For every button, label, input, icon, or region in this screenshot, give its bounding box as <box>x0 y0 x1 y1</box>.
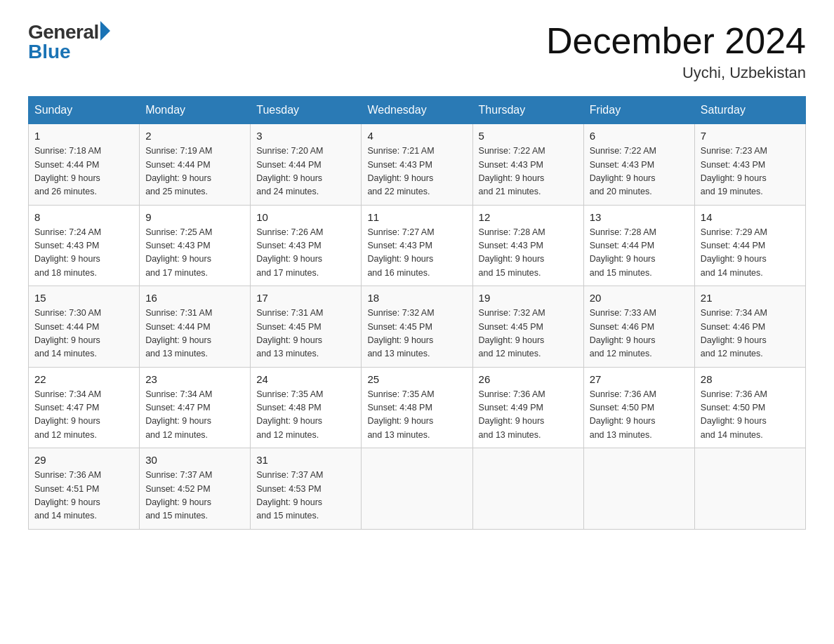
calendar-cell: 8Sunrise: 7:24 AMSunset: 4:43 PMDaylight… <box>29 205 140 286</box>
day-info: Sunrise: 7:30 AMSunset: 4:44 PMDaylight:… <box>34 307 133 361</box>
header-monday: Monday <box>140 97 251 124</box>
day-number: 3 <box>256 130 355 142</box>
day-info: Sunrise: 7:36 AMSunset: 4:50 PMDaylight:… <box>590 388 689 443</box>
day-info: Sunrise: 7:35 AMSunset: 4:48 PMDaylight:… <box>367 388 466 443</box>
calendar-cell: 9Sunrise: 7:25 AMSunset: 4:43 PMDaylight… <box>140 205 251 286</box>
day-number: 16 <box>145 292 244 304</box>
calendar-cell <box>362 448 472 530</box>
calendar-cell: 29Sunrise: 7:36 AMSunset: 4:51 PMDayligh… <box>29 448 140 530</box>
day-number: 17 <box>256 292 355 304</box>
calendar-cell: 16Sunrise: 7:31 AMSunset: 4:44 PMDayligh… <box>140 286 251 368</box>
calendar-week-row: 15Sunrise: 7:30 AMSunset: 4:44 PMDayligh… <box>29 286 806 368</box>
day-number: 18 <box>367 292 466 304</box>
day-number: 25 <box>367 373 466 385</box>
day-info: Sunrise: 7:33 AMSunset: 4:46 PMDaylight:… <box>590 307 689 361</box>
header-wednesday: Wednesday <box>362 97 472 124</box>
day-number: 21 <box>701 292 800 304</box>
day-info: Sunrise: 7:32 AMSunset: 4:45 PMDaylight:… <box>479 307 578 361</box>
calendar-week-row: 22Sunrise: 7:34 AMSunset: 4:47 PMDayligh… <box>29 367 806 448</box>
day-number: 20 <box>590 292 689 304</box>
day-number: 7 <box>701 130 800 142</box>
day-number: 29 <box>34 454 133 466</box>
day-info: Sunrise: 7:36 AMSunset: 4:50 PMDaylight:… <box>701 388 800 443</box>
calendar-cell: 24Sunrise: 7:35 AMSunset: 4:48 PMDayligh… <box>251 367 362 448</box>
calendar-cell: 25Sunrise: 7:35 AMSunset: 4:48 PMDayligh… <box>362 367 472 448</box>
day-number: 14 <box>701 211 800 223</box>
calendar-cell: 22Sunrise: 7:34 AMSunset: 4:47 PMDayligh… <box>29 367 140 448</box>
calendar-body: 1Sunrise: 7:18 AMSunset: 4:44 PMDaylight… <box>29 124 806 530</box>
calendar-cell <box>694 448 805 530</box>
day-number: 19 <box>479 292 578 304</box>
day-info: Sunrise: 7:22 AMSunset: 4:43 PMDaylight:… <box>479 145 578 199</box>
calendar-header-row: SundayMondayTuesdayWednesdayThursdayFrid… <box>29 97 806 124</box>
calendar-cell: 3Sunrise: 7:20 AMSunset: 4:44 PMDaylight… <box>251 124 362 206</box>
day-info: Sunrise: 7:34 AMSunset: 4:46 PMDaylight:… <box>701 307 800 361</box>
day-info: Sunrise: 7:35 AMSunset: 4:48 PMDaylight:… <box>256 388 355 443</box>
calendar-week-row: 1Sunrise: 7:18 AMSunset: 4:44 PMDaylight… <box>29 124 806 206</box>
calendar-cell: 15Sunrise: 7:30 AMSunset: 4:44 PMDayligh… <box>29 286 140 368</box>
day-number: 22 <box>34 373 133 385</box>
day-info: Sunrise: 7:34 AMSunset: 4:47 PMDaylight:… <box>145 388 244 443</box>
title-area: December 2024 Uychi, Uzbekistan <box>546 21 806 82</box>
calendar-cell: 5Sunrise: 7:22 AMSunset: 4:43 PMDaylight… <box>472 124 583 206</box>
day-number: 12 <box>479 211 578 223</box>
day-number: 9 <box>145 211 244 223</box>
day-number: 13 <box>590 211 689 223</box>
day-info: Sunrise: 7:21 AMSunset: 4:43 PMDaylight:… <box>367 145 466 199</box>
day-number: 28 <box>701 373 800 385</box>
calendar-cell: 2Sunrise: 7:19 AMSunset: 4:44 PMDaylight… <box>140 124 251 206</box>
calendar-cell: 13Sunrise: 7:28 AMSunset: 4:44 PMDayligh… <box>583 205 694 286</box>
header-saturday: Saturday <box>694 97 805 124</box>
day-number: 31 <box>256 454 355 466</box>
calendar-table: SundayMondayTuesdayWednesdayThursdayFrid… <box>28 96 806 530</box>
calendar-cell: 19Sunrise: 7:32 AMSunset: 4:45 PMDayligh… <box>472 286 583 368</box>
day-number: 15 <box>34 292 133 304</box>
logo-blue-text: Blue <box>28 41 71 63</box>
month-title: December 2024 <box>546 21 806 61</box>
day-number: 30 <box>145 454 244 466</box>
location-label: Uychi, Uzbekistan <box>546 64 806 82</box>
day-info: Sunrise: 7:36 AMSunset: 4:49 PMDaylight:… <box>479 388 578 443</box>
day-number: 27 <box>590 373 689 385</box>
header-friday: Friday <box>583 97 694 124</box>
day-number: 26 <box>479 373 578 385</box>
day-number: 8 <box>34 211 133 223</box>
day-info: Sunrise: 7:37 AMSunset: 4:53 PMDaylight:… <box>256 469 355 523</box>
day-info: Sunrise: 7:26 AMSunset: 4:43 PMDaylight:… <box>256 226 355 281</box>
calendar-week-row: 29Sunrise: 7:36 AMSunset: 4:51 PMDayligh… <box>29 448 806 530</box>
day-info: Sunrise: 7:24 AMSunset: 4:43 PMDaylight:… <box>34 226 133 281</box>
calendar-cell: 26Sunrise: 7:36 AMSunset: 4:49 PMDayligh… <box>472 367 583 448</box>
day-number: 10 <box>256 211 355 223</box>
day-info: Sunrise: 7:27 AMSunset: 4:43 PMDaylight:… <box>367 226 466 281</box>
calendar-cell <box>472 448 583 530</box>
calendar-cell: 21Sunrise: 7:34 AMSunset: 4:46 PMDayligh… <box>694 286 805 368</box>
day-info: Sunrise: 7:28 AMSunset: 4:44 PMDaylight:… <box>590 226 689 281</box>
day-info: Sunrise: 7:31 AMSunset: 4:45 PMDaylight:… <box>256 307 355 361</box>
header-thursday: Thursday <box>472 97 583 124</box>
day-info: Sunrise: 7:36 AMSunset: 4:51 PMDaylight:… <box>34 469 133 523</box>
calendar-cell: 28Sunrise: 7:36 AMSunset: 4:50 PMDayligh… <box>694 367 805 448</box>
calendar-cell: 10Sunrise: 7:26 AMSunset: 4:43 PMDayligh… <box>251 205 362 286</box>
calendar-cell: 20Sunrise: 7:33 AMSunset: 4:46 PMDayligh… <box>583 286 694 368</box>
calendar-cell <box>583 448 694 530</box>
day-info: Sunrise: 7:23 AMSunset: 4:43 PMDaylight:… <box>701 145 800 199</box>
day-info: Sunrise: 7:29 AMSunset: 4:44 PMDaylight:… <box>701 226 800 281</box>
day-info: Sunrise: 7:20 AMSunset: 4:44 PMDaylight:… <box>256 145 355 199</box>
day-info: Sunrise: 7:37 AMSunset: 4:52 PMDaylight:… <box>145 469 244 523</box>
calendar-cell: 6Sunrise: 7:22 AMSunset: 4:43 PMDaylight… <box>583 124 694 206</box>
calendar-cell: 4Sunrise: 7:21 AMSunset: 4:43 PMDaylight… <box>362 124 472 206</box>
day-number: 23 <box>145 373 244 385</box>
header-sunday: Sunday <box>29 97 140 124</box>
calendar-cell: 1Sunrise: 7:18 AMSunset: 4:44 PMDaylight… <box>29 124 140 206</box>
day-number: 6 <box>590 130 689 142</box>
calendar-cell: 27Sunrise: 7:36 AMSunset: 4:50 PMDayligh… <box>583 367 694 448</box>
calendar-cell: 31Sunrise: 7:37 AMSunset: 4:53 PMDayligh… <box>251 448 362 530</box>
day-info: Sunrise: 7:18 AMSunset: 4:44 PMDaylight:… <box>34 145 133 199</box>
calendar-cell: 18Sunrise: 7:32 AMSunset: 4:45 PMDayligh… <box>362 286 472 368</box>
day-number: 1 <box>34 130 133 142</box>
day-number: 5 <box>479 130 578 142</box>
day-number: 2 <box>145 130 244 142</box>
calendar-cell: 7Sunrise: 7:23 AMSunset: 4:43 PMDaylight… <box>694 124 805 206</box>
calendar-week-row: 8Sunrise: 7:24 AMSunset: 4:43 PMDaylight… <box>29 205 806 286</box>
day-info: Sunrise: 7:31 AMSunset: 4:44 PMDaylight:… <box>145 307 244 361</box>
